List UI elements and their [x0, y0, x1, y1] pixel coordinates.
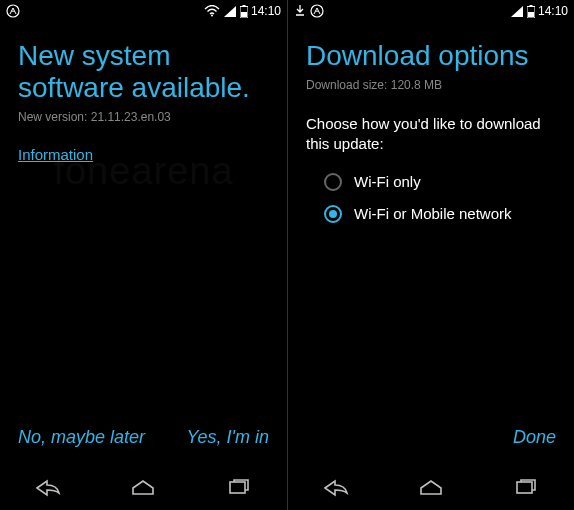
- home-button[interactable]: [128, 473, 158, 503]
- back-button[interactable]: [321, 473, 351, 503]
- status-bar: 14:10: [0, 0, 287, 22]
- back-button[interactable]: [33, 473, 63, 503]
- no-button[interactable]: No, maybe later: [14, 421, 149, 454]
- download-icon: [294, 4, 306, 18]
- svg-rect-9: [528, 12, 534, 17]
- signal-icon: [510, 5, 524, 17]
- status-time: 14:10: [538, 4, 568, 18]
- yes-button[interactable]: Yes, I'm in: [183, 421, 273, 454]
- radio-icon: [324, 173, 342, 191]
- button-bar: Done: [288, 418, 574, 466]
- screen-download-options: 14:10 Download options Download size: 12…: [287, 0, 574, 510]
- page-title: New system software available.: [18, 40, 269, 104]
- information-link[interactable]: Information: [18, 146, 269, 163]
- nav-bar: [288, 466, 574, 510]
- svg-rect-8: [529, 5, 532, 7]
- recent-button[interactable]: [511, 473, 541, 503]
- page-title: Download options: [306, 40, 556, 72]
- radio-group: Wi-Fi only Wi-Fi or Mobile network: [306, 173, 556, 223]
- svg-point-1: [211, 15, 213, 17]
- radio-wifi-only[interactable]: Wi-Fi only: [324, 173, 556, 191]
- recent-button[interactable]: [224, 473, 254, 503]
- radio-label: Wi-Fi only: [354, 173, 421, 190]
- radio-wifi-or-mobile[interactable]: Wi-Fi or Mobile network: [324, 205, 556, 223]
- svg-rect-10: [517, 482, 532, 493]
- done-button[interactable]: Done: [509, 421, 560, 454]
- download-size: 120.8 MB: [391, 78, 442, 92]
- svg-rect-4: [241, 12, 247, 17]
- svg-rect-5: [230, 482, 245, 493]
- home-button[interactable]: [416, 473, 446, 503]
- prompt-text: Choose how you'd like to download this u…: [306, 114, 556, 155]
- motorola-icon: [6, 4, 20, 18]
- signal-icon: [223, 5, 237, 17]
- radio-label: Wi-Fi or Mobile network: [354, 205, 512, 222]
- motorola-icon: [310, 4, 324, 18]
- battery-icon: [240, 5, 248, 18]
- version-line: New version: 21.11.23.en.03: [18, 110, 269, 124]
- content-area: Download options Download size: 120.8 MB…: [288, 22, 574, 418]
- battery-icon: [527, 5, 535, 18]
- screen-update-available: 14:10 fonearena New system software avai…: [0, 0, 287, 510]
- svg-rect-3: [242, 5, 245, 7]
- version-number: 21.11.23.en.03: [91, 110, 171, 124]
- wifi-icon: [204, 5, 220, 17]
- status-time: 14:10: [251, 4, 281, 18]
- size-line: Download size: 120.8 MB: [306, 78, 556, 92]
- status-bar: 14:10: [288, 0, 574, 22]
- nav-bar: [0, 466, 287, 510]
- radio-icon: [324, 205, 342, 223]
- button-bar: No, maybe later Yes, I'm in: [0, 418, 287, 466]
- content-area: fonearena New system software available.…: [0, 22, 287, 418]
